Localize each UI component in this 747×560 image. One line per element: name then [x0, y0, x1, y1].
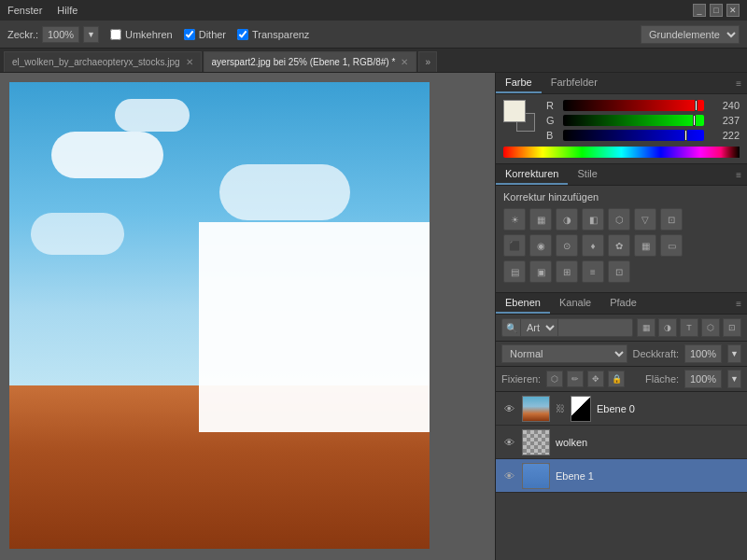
tab-overflow-button[interactable]: » — [418, 51, 437, 72]
umkehren-label[interactable]: Umkehren — [110, 29, 173, 40]
fix-brush-icon[interactable]: ✏ — [567, 371, 584, 387]
layer-item-ebene1[interactable]: 👁 Ebene 1 — [496, 459, 747, 493]
tab-ebenen[interactable]: Ebenen — [496, 293, 550, 314]
zoom-input[interactable] — [42, 26, 79, 43]
korr-icon-hue[interactable]: ▽ — [634, 208, 656, 231]
blue-slider-track[interactable] — [563, 130, 704, 141]
tab-stile[interactable]: Stile — [568, 164, 606, 185]
tab-ayerspart[interactable]: ayerspart2.jpg bei 25% (Ebene 1, RGB/8#)… — [204, 51, 417, 72]
blue-slider-thumb[interactable] — [684, 130, 687, 141]
layer-item-wolken[interactable]: 👁 wolken — [496, 426, 747, 459]
ebenen-filter-adjust[interactable]: ◑ — [658, 318, 677, 337]
layer-thumb-wolken — [522, 429, 550, 455]
red-value: 240 — [710, 100, 740, 111]
art-select[interactable]: Art — [520, 318, 558, 337]
maximize-button[interactable]: □ — [710, 4, 723, 17]
korr-icon-brightness[interactable]: ☀ — [503, 208, 526, 231]
dither-label[interactable]: Dither — [184, 29, 226, 40]
ebenen-filter-shape[interactable]: ⬡ — [701, 318, 720, 337]
korr-icon-gradient2[interactable]: ≡ — [582, 260, 604, 283]
zoom-arrow-button[interactable]: ▼ — [83, 26, 99, 43]
search-icon: 🔍 — [506, 323, 517, 333]
green-slider-thumb[interactable] — [693, 115, 696, 126]
layer-mask-thumb-ebene0 — [571, 396, 591, 422]
fix-move-icon[interactable]: ✥ — [587, 371, 604, 387]
korr-icon-threshold[interactable]: ▦ — [634, 234, 656, 257]
blend-mode-select[interactable]: Normal — [501, 344, 627, 363]
thumb-landscape-ebene0 — [523, 397, 549, 421]
fixieren-label: Fixieren: — [501, 373, 541, 385]
korr-icon-misc[interactable]: ⊡ — [608, 260, 630, 283]
korr-icon-color-balance[interactable]: ⊡ — [660, 208, 683, 231]
foreground-color[interactable] — [503, 100, 526, 122]
transparenz-checkbox[interactable] — [237, 29, 248, 40]
tab-kanale[interactable]: Kanale — [550, 293, 600, 314]
spectrum-black-end — [721, 147, 740, 158]
menu-bar[interactable]: Fenster Hilfe — [7, 5, 78, 16]
thumb-mask-diag-ebene0 — [571, 397, 590, 421]
layer-visibility-ebene0[interactable]: 👁 — [501, 401, 516, 416]
flache-label: Fläche: — [645, 373, 679, 385]
deckkraft-dropdown-button[interactable]: ▼ — [727, 344, 741, 363]
fix-lock-icon[interactable]: 🔒 — [608, 371, 625, 387]
menu-hilfe[interactable]: Hilfe — [57, 5, 78, 16]
ebenen-filter-smart[interactable]: ⊡ — [723, 318, 741, 337]
umkehren-checkbox[interactable] — [110, 29, 121, 40]
window-controls[interactable]: _ □ ✕ — [693, 4, 740, 17]
cloud-1 — [51, 132, 163, 178]
layer-name-wolken: wolken — [556, 437, 741, 448]
tab-farbe[interactable]: Farbe — [496, 73, 542, 93]
korr-icon-invert[interactable]: ♦ — [582, 234, 604, 257]
ebenen-filter-pixel[interactable]: ▦ — [637, 318, 655, 337]
layer-list: 👁 ⛓ Ebene 0 👁 wolken — [496, 392, 747, 560]
color-panel-menu[interactable]: ≡ — [730, 77, 747, 91]
color-spectrum[interactable] — [503, 147, 740, 158]
green-slider-track[interactable] — [563, 115, 704, 126]
layer-visibility-ebene1[interactable]: 👁 — [501, 469, 516, 483]
flache-dropdown-button[interactable]: ▼ — [727, 370, 741, 388]
korr-icon-selective[interactable]: ▤ — [503, 260, 526, 283]
layer-visibility-wolken[interactable]: 👁 — [501, 435, 516, 450]
options-bar: Zeckr.: ▼ Umkehren Dither Transparenz Gr… — [0, 21, 747, 49]
korr-icon-exposure[interactable]: ◧ — [582, 208, 604, 231]
deckkraft-input[interactable] — [684, 344, 722, 363]
fix-transparent-icon[interactable]: ⬡ — [546, 371, 563, 387]
layer-name-ebene0: Ebene 0 — [597, 403, 741, 414]
korr-icon-photo-filter[interactable]: ◉ — [529, 234, 552, 257]
tab-close-ayerspart[interactable]: ✕ — [401, 57, 408, 67]
korr-icon-gradient[interactable]: ▭ — [660, 234, 683, 257]
korr-icon-vibrance[interactable]: ⬡ — [608, 208, 630, 231]
ebenen-panel-menu[interactable]: ≡ — [730, 297, 747, 311]
minimize-button[interactable]: _ — [693, 4, 706, 17]
search-box[interactable]: 🔍 Art — [501, 318, 633, 337]
workspace-select[interactable]: Grundelemente — [641, 25, 740, 44]
korr-icon-levels[interactable]: ▦ — [529, 208, 552, 231]
tab-farbfelder[interactable]: Farbfelder — [542, 73, 607, 93]
menu-fenster[interactable]: Fenster — [7, 5, 42, 16]
flache-input[interactable] — [684, 370, 722, 388]
korr-icon-solid[interactable]: ▣ — [529, 260, 552, 283]
korrekturen-panel-menu[interactable]: ≡ — [730, 168, 747, 182]
tab-korrekturen[interactable]: Korrekturen — [496, 164, 568, 185]
layer-item-ebene0[interactable]: 👁 ⛓ Ebene 0 — [496, 392, 747, 426]
korr-icon-pattern[interactable]: ⊞ — [556, 260, 578, 283]
red-slider-track[interactable] — [563, 100, 704, 111]
layer-link-ebene0: ⛓ — [556, 403, 565, 413]
red-slider-thumb[interactable] — [695, 100, 698, 111]
korr-icon-posterize[interactable]: ✿ — [608, 234, 630, 257]
korr-icon-channel-mix[interactable]: ⊙ — [556, 234, 578, 257]
tab-wolken[interactable]: el_wolken_by_archaeopteryx_stocks.jpg ✕ — [4, 51, 202, 72]
canvas-area[interactable] — [0, 73, 495, 560]
thumb-checker-wolken — [523, 430, 549, 455]
close-button[interactable]: ✕ — [726, 4, 740, 17]
color-swatches[interactable] — [503, 100, 539, 133]
korr-icon-curves[interactable]: ◑ — [556, 208, 578, 231]
korr-icon-bw[interactable]: ⬛ — [503, 234, 526, 257]
dither-checkbox[interactable] — [184, 29, 195, 40]
color-panel-tabs: Farbe Farbfelder ≡ — [496, 73, 747, 94]
title-bar: Fenster Hilfe _ □ ✕ — [0, 0, 747, 21]
tab-pfade[interactable]: Pfade — [600, 293, 646, 314]
ebenen-filter-type[interactable]: T — [680, 318, 698, 337]
transparenz-label[interactable]: Transparenz — [237, 29, 309, 40]
tab-close-wolken[interactable]: ✕ — [186, 57, 193, 67]
